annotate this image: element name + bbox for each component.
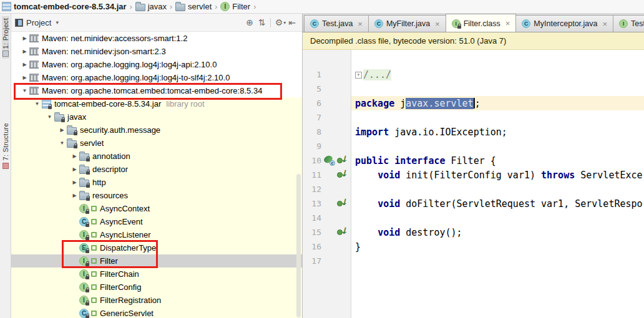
code-line[interactable]: 8import java.io.IOException; — [303, 125, 644, 139]
down-arrow-icon: ↓ — [340, 197, 348, 207]
tree-item-label: Maven: org.apache.logging.log4j:log4j-ap… — [42, 60, 217, 69]
code-token: init(FilterConfig var1) — [400, 170, 541, 181]
code-line[interactable]: 15↓ void destroy(); — [303, 225, 644, 239]
tree-row[interactable]: ▶http — [11, 176, 302, 189]
is-implemented-icon[interactable]: ↓ — [337, 199, 348, 209]
code-line[interactable]: 12 — [303, 182, 644, 196]
breadcrumb-item[interactable]: javax — [135, 2, 167, 11]
interface-icon: I — [79, 204, 89, 213]
tree-scrollbar[interactable] — [296, 174, 301, 317]
tree-row[interactable]: ▶Maven: net.minidev:json-smart:2.3 — [11, 45, 302, 58]
interface-icon: I — [619, 19, 628, 28]
tree-expand-arrow[interactable]: ▶ — [57, 127, 67, 133]
keyword-token: throws — [541, 170, 575, 181]
tree-row[interactable]: ▼javax — [11, 110, 302, 123]
tree-expand-arrow[interactable]: ▶ — [70, 180, 79, 185]
tree-expand-arrow[interactable]: ▼ — [32, 101, 42, 107]
tree-row[interactable]: IAsyncContext — [11, 202, 302, 215]
is-implemented-icon[interactable]: ↓ — [337, 228, 348, 238]
project-panel-title[interactable]: Project — [26, 18, 51, 27]
locate-icon[interactable]: ⊕ — [243, 17, 256, 27]
is-implemented-icon[interactable]: ↓ — [337, 156, 348, 166]
tree-expand-arrow[interactable]: ▶ — [70, 166, 79, 172]
collapse-all-icon[interactable]: ⇅ — [256, 17, 268, 27]
tree-expand-arrow[interactable]: ▶ — [70, 193, 79, 198]
close-icon[interactable]: × — [505, 19, 510, 27]
tree-item-label: annotation — [92, 152, 130, 161]
tree-row[interactable]: ▶security.auth.message — [11, 123, 302, 137]
code-line[interactable]: 5 — [303, 82, 644, 96]
code-line[interactable]: 11↓ void init(FilterConfig var1) throws … — [303, 168, 644, 182]
stripe-tab-label: 1: Project — [2, 18, 9, 49]
tree-row[interactable]: IFilterRegistration — [11, 294, 302, 307]
stripe-tab-label: 7: Structure — [2, 123, 9, 160]
tree-expand-arrow[interactable]: ▼ — [20, 88, 29, 94]
hide-panel-icon[interactable]: ⇤ — [286, 17, 298, 27]
tree-expand-arrow[interactable]: ▶ — [20, 49, 29, 54]
stripe-tab-project[interactable]: 1: Project — [2, 16, 9, 59]
code-line[interactable]: 9 — [303, 139, 644, 153]
tree-expand-arrow[interactable]: ▶ — [20, 36, 29, 41]
tree-row[interactable]: ▶descriptor — [11, 163, 302, 176]
breadcrumb-item[interactable]: tomcat-embed-core-8.5.34.jar — [2, 2, 127, 11]
editor-tab-bar: CTest.java×CMyFilter.java×IFilter.class×… — [303, 14, 644, 32]
tree-row[interactable]: ▼Maven: org.apache.tomcat.embed:tomcat-e… — [11, 84, 302, 97]
tree-item-label: Maven: net.minidev:accessors-smart:1.2 — [42, 34, 187, 43]
close-icon[interactable]: × — [358, 20, 363, 28]
tree-row[interactable]: ▶resources — [11, 189, 302, 202]
tree-row[interactable]: ▶annotation — [11, 150, 302, 163]
maven-library-icon — [29, 60, 39, 69]
code-editor[interactable]: 1+/.../56package javax.servlet;78import … — [303, 50, 644, 318]
tree-expand-arrow[interactable]: ▶ — [20, 62, 29, 67]
tree-row[interactable]: CGenericServlet — [11, 307, 302, 318]
stripe-tab-structure[interactable]: 7: Structure — [2, 121, 9, 170]
tree-row[interactable]: IAsyncListener — [11, 228, 302, 241]
code-text: +/.../ — [351, 69, 391, 80]
down-arrow-icon: ↓ — [340, 168, 348, 178]
is-implemented-icon[interactable]: ↓ — [337, 170, 348, 180]
code-line[interactable]: 6package javax.servlet; — [303, 96, 644, 110]
tree-row[interactable]: CAsyncEvent — [11, 215, 302, 228]
tree-expand-arrow[interactable]: ▶ — [20, 75, 29, 80]
close-icon[interactable]: × — [435, 20, 440, 28]
tree-row[interactable]: ▶Maven: org.apache.logging.log4j:log4j-t… — [11, 71, 302, 84]
fold-expand-icon[interactable]: + — [355, 72, 362, 79]
code-line[interactable]: 13↓ void doFilter(ServletRequest var1, S… — [303, 196, 644, 211]
editor-tab-test-java[interactable]: CTest.java× — [304, 15, 369, 32]
editor-tab-filter-class[interactable]: IFilter.class× — [446, 14, 517, 32]
code-line[interactable]: 1+/.../ — [303, 67, 644, 82]
lock-icon — [86, 185, 90, 188]
tree-row[interactable]: ▼tomcat-embed-core-8.5.34.jarlibrary roo… — [11, 97, 302, 110]
decompiled-banner: Decompiled .class file, bytecode version… — [303, 32, 644, 50]
tree-expand-arrow[interactable]: ▶ — [70, 153, 79, 159]
line-number: 6 — [303, 99, 321, 108]
tree-row[interactable]: ▶Maven: org.apache.logging.log4j:log4j-a… — [11, 58, 302, 71]
tree-row[interactable]: IFilter — [11, 254, 302, 267]
line-number: 10 — [303, 156, 321, 165]
tree-row[interactable]: IFilterConfig — [11, 281, 302, 294]
close-icon[interactable]: × — [602, 20, 607, 28]
keyword-token: interface — [394, 155, 445, 166]
has-implementations-icon[interactable]: c — [324, 156, 335, 165]
code-line[interactable]: 16} — [303, 239, 644, 254]
code-line[interactable]: 17 — [303, 254, 644, 268]
interface-icon: I — [79, 230, 89, 239]
breadcrumb-item[interactable]: IFilter — [220, 2, 250, 11]
tree-expand-arrow[interactable]: ▼ — [45, 114, 54, 120]
editor-tab-label: MyInterceptor.java — [534, 19, 597, 28]
tree-row[interactable]: ▶Maven: net.minidev:accessors-smart:1.2 — [11, 32, 302, 45]
breadcrumb-item[interactable]: servlet — [175, 2, 212, 11]
code-line[interactable]: 10c↓public interface Filter { — [303, 153, 644, 168]
editor-tab-myinterceptor-java[interactable]: CMyInterceptor.java× — [515, 15, 613, 32]
editor-tab-tests[interactable]: ITestS — [613, 15, 644, 32]
chevron-down-icon[interactable]: ▾ — [56, 19, 59, 26]
code-text: void doFilter(ServletRequest var1, Servl… — [351, 198, 643, 210]
tree-row[interactable]: IFilterChain — [11, 267, 302, 281]
tree-row[interactable]: ▼servlet — [11, 137, 302, 150]
tree-expand-arrow[interactable]: ▼ — [57, 140, 67, 146]
tree-row[interactable]: EDispatcherType — [11, 241, 302, 254]
code-text: package javax.servlet; — [351, 98, 481, 109]
code-line[interactable]: 14 — [303, 211, 644, 225]
code-line[interactable]: 7 — [303, 110, 644, 125]
editor-tab-myfilter-java[interactable]: CMyFilter.java× — [368, 15, 446, 32]
